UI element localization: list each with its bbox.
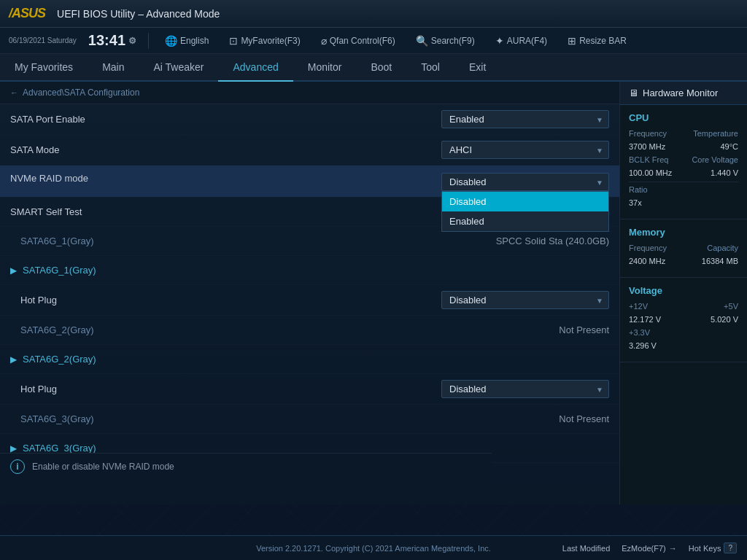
footer-right: Last Modified EzMode(F7) → Hot Keys ?: [562, 542, 737, 553]
setting-value-sata6g2-info: Not Present: [559, 324, 609, 335]
cpu-ratio-val-row: 37x: [629, 198, 738, 207]
back-arrow-icon[interactable]: ←: [10, 88, 18, 97]
setting-label-sata6g3-info: SATA6G_3(Gray): [20, 413, 559, 424]
topbar-qfan-btn[interactable]: ⌀ Qfan Control(F6): [317, 34, 400, 48]
fan-icon: ⌀: [321, 35, 327, 47]
info-icon: i: [10, 459, 25, 474]
setting-label-hot-plug-2: Hot Plug: [20, 384, 441, 394]
topbar-myfavorite-btn[interactable]: ⊡ MyFavorite(F3): [225, 34, 304, 48]
header: /ASUS UEFI BIOS Utility – Advanced Mode: [0, 0, 747, 28]
expand-arrow-3-icon: ▶: [10, 443, 17, 454]
memory-section-title: Memory: [629, 227, 738, 238]
sata-mode-select[interactable]: AHCI IDE: [441, 141, 609, 159]
sata-port-enable-select-wrapper: Enabled Disabled: [441, 110, 609, 128]
hot-plug-2-select-wrapper: Disabled Enabled: [441, 380, 609, 398]
topbar-time: 13:41 ⚙: [88, 32, 136, 49]
topbar-aura-btn[interactable]: ✦ AURA(F4): [491, 34, 551, 48]
setting-row-sata6g2-info: SATA6G_2(Gray) Not Present: [0, 316, 619, 345]
monitor-icon: 🖥: [629, 88, 638, 98]
setting-row-sata6g1-expand[interactable]: ▶ SATA6G_1(Gray): [0, 256, 619, 285]
expand-arrow-icon: ▶: [10, 265, 17, 276]
nav-item-monitor[interactable]: Monitor: [293, 54, 357, 80]
voltage-5-label: +5V: [724, 302, 738, 311]
resize-icon: ⊞: [568, 35, 576, 47]
setting-label-sata-mode: SATA Mode: [10, 144, 441, 155]
cpu-ratio-row: Ratio: [629, 185, 738, 194]
memory-frequency-val: 2400 MHz: [629, 257, 665, 265]
header-title: UEFI BIOS Utility – Advanced Mode: [57, 8, 738, 20]
cpu-core-voltage-label: Core Voltage: [692, 155, 738, 164]
cpu-core-voltage-val: 1.440 V: [711, 168, 738, 177]
info-bar: i Enable or disable NVMe RAID mode: [0, 453, 492, 480]
setting-row-sata-port-enable: SATA Port Enable Enabled Disabled: [0, 104, 619, 135]
voltage-12-row: +12V +5V: [629, 302, 738, 311]
topbar-language-btn[interactable]: 🌐 English: [160, 34, 213, 48]
memory-section: Memory Frequency Capacity 2400 MHz 16384…: [620, 219, 747, 278]
setting-value-sata6g3-info: Not Present: [559, 413, 609, 424]
setting-label-sata6g1-expand: SATA6G_1(Gray): [23, 265, 609, 276]
voltage-section-title: Voltage: [629, 285, 738, 296]
cpu-frequency-label: Frequency: [629, 129, 667, 138]
footer: Version 2.20.1271. Copyright (C) 2021 Am…: [0, 535, 747, 560]
settings-list: SATA Port Enable Enabled Disabled SATA M…: [0, 104, 619, 463]
topbar-datetime: 06/19/2021 Saturday: [9, 36, 77, 45]
setting-label-nvme-raid: NVMe RAID mode: [10, 173, 441, 184]
setting-row-sata6g3-info: SATA6G_3(Gray) Not Present: [0, 405, 619, 434]
aura-icon: ✦: [495, 35, 504, 47]
cpu-bclk-label: BCLK Freq: [629, 155, 668, 164]
setting-label-sata6g2-expand: SATA6G_2(Gray): [23, 354, 609, 365]
star-icon: ⊡: [229, 35, 238, 47]
cpu-bclk-val: 100.00 MHz: [629, 168, 672, 177]
cpu-bclk-row: BCLK Freq Core Voltage: [629, 155, 738, 164]
nvme-raid-dropdown-list: Disabled Enabled: [441, 191, 609, 232]
sata-mode-select-wrapper: AHCI IDE: [441, 141, 609, 159]
gear-icon[interactable]: ⚙: [128, 36, 136, 46]
setting-label-sata6g2-info: SATA6G_2(Gray): [20, 324, 559, 335]
cpu-ratio-val: 37x: [629, 198, 642, 207]
main-nav: My Favorites Main Ai Tweaker Advanced Mo…: [0, 54, 747, 82]
voltage-12-val-row: 12.172 V 5.020 V: [629, 315, 738, 324]
nav-item-advanced[interactable]: Advanced: [218, 54, 293, 82]
nvme-raid-select[interactable]: Disabled Enabled: [441, 173, 609, 191]
cpu-temperature-label: Temperature: [693, 129, 738, 138]
footer-ez-mode-btn[interactable]: EzMode(F7) →: [622, 544, 677, 553]
topbar-search-btn[interactable]: 🔍 Search(F9): [411, 34, 479, 48]
memory-val-row: 2400 MHz 16384 MB: [629, 257, 738, 265]
hot-plug-2-select[interactable]: Disabled Enabled: [441, 380, 609, 398]
search-icon: 🔍: [416, 35, 428, 47]
panel-title: 🖥 Hardware Monitor: [620, 82, 747, 105]
setting-row-hot-plug-2: Hot Plug Disabled Enabled: [0, 374, 619, 405]
hot-plug-1-select[interactable]: Disabled Enabled: [441, 291, 609, 309]
nav-item-main[interactable]: Main: [88, 54, 139, 80]
sata-port-enable-select[interactable]: Enabled Disabled: [441, 110, 609, 128]
nvme-raid-select-wrapper: Disabled Enabled: [441, 173, 609, 191]
expand-arrow-2-icon: ▶: [10, 354, 17, 365]
cpu-frequency-row: Frequency Temperature: [629, 129, 738, 138]
asus-logo: /ASUS: [9, 6, 45, 21]
voltage-33-val: 3.296 V: [629, 341, 657, 350]
nav-item-exit[interactable]: Exit: [454, 54, 500, 80]
voltage-12-label: +12V: [629, 302, 648, 311]
topbar-resizebar-btn[interactable]: ⊞ Resize BAR: [563, 34, 631, 48]
setting-row-hot-plug-1: Hot Plug Disabled Enabled: [0, 285, 619, 316]
setting-row-sata6g2-expand[interactable]: ▶ SATA6G_2(Gray): [0, 345, 619, 374]
footer-last-modified-btn[interactable]: Last Modified: [562, 544, 610, 553]
topbar-divider: [148, 33, 149, 49]
nvme-raid-option-enabled[interactable]: Enabled: [442, 211, 608, 231]
nav-item-ai-tweaker[interactable]: Ai Tweaker: [139, 54, 218, 80]
hot-keys-key-icon: ?: [724, 542, 737, 553]
nav-item-boot[interactable]: Boot: [356, 54, 406, 80]
cpu-ratio-label: Ratio: [629, 185, 648, 194]
memory-frequency-row: Frequency Capacity: [629, 244, 738, 252]
nav-item-my-favorites[interactable]: My Favorites: [0, 54, 88, 80]
memory-capacity-val: 16384 MB: [702, 257, 738, 265]
footer-hot-keys-btn[interactable]: Hot Keys ?: [689, 542, 737, 553]
nav-item-tool[interactable]: Tool: [406, 54, 454, 80]
nvme-raid-dropdown-container: Disabled Enabled Disabled Enabled: [441, 173, 609, 191]
cpu-section: CPU Frequency Temperature 3700 MHz 49°C …: [620, 105, 747, 219]
breadcrumb: ← Advanced\SATA Configuration: [0, 82, 619, 104]
cpu-frequency-val: 3700 MHz: [629, 142, 665, 151]
nvme-raid-option-disabled[interactable]: Disabled: [442, 192, 608, 211]
info-text: Enable or disable NVMe RAID mode: [32, 462, 174, 472]
ez-mode-arrow-icon: →: [669, 544, 677, 553]
